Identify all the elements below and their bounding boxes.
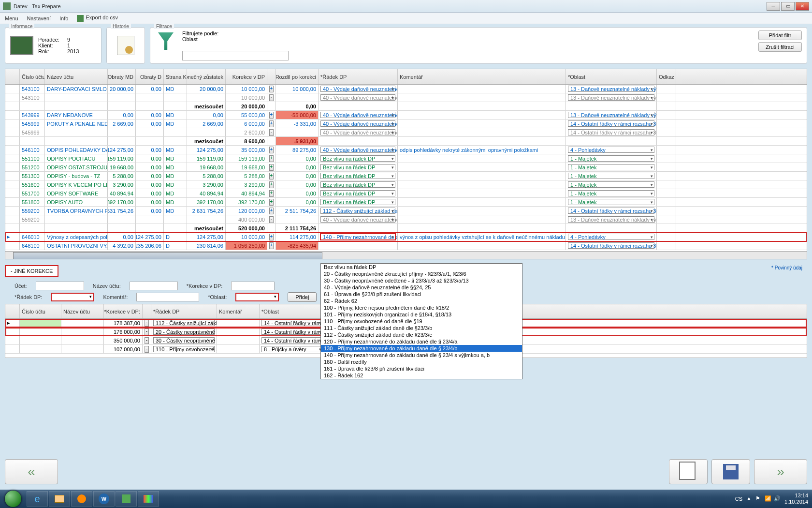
table-row[interactable]: 546100 ODPIS POHLEDAVKY DA... 124 275,00…: [5, 146, 807, 154]
menu-menu[interactable]: Menu: [5, 15, 18, 21]
dropdown-item[interactable]: 120 - Příjmy nezahrnované do základu dan…: [321, 338, 522, 345]
oblast-select[interactable]: 14 - Ostatní řádky v rámci rozsahu 30 ..…: [568, 129, 654, 135]
expand-button[interactable]: +: [269, 112, 274, 119]
dropdown-item[interactable]: 160 - Další rozdíly: [321, 359, 522, 365]
oblast-select[interactable]: 1 - Majetek: [568, 190, 654, 196]
koment-input[interactable]: [136, 293, 199, 301]
pridej-button[interactable]: Přidej: [288, 292, 317, 302]
oblast-select[interactable]: 1 - Majetek: [568, 173, 654, 179]
expand-button[interactable]: +: [269, 155, 274, 162]
expand-button[interactable]: +: [269, 147, 274, 153]
taskbar-media[interactable]: [71, 491, 92, 507]
table-row[interactable]: mezisoučet 20 000,00 0,00: [5, 102, 807, 111]
save-button[interactable]: [711, 459, 750, 484]
table-row[interactable]: 543999 DARY NEDANOVE 0,00 0,00 MD 0,00 5…: [5, 111, 807, 120]
radek-select[interactable]: 112 - Částky snižující základ da...: [320, 208, 395, 214]
oblast-select[interactable]: 14 - Ostatní řádky v rámci rozsahu 30 ..…: [568, 208, 654, 214]
radek-select[interactable]: 40 - Výdaje daňově neuznatelné...: [320, 129, 395, 135]
radek-select[interactable]: 40 - Výdaje daňově neuznatelné...: [320, 216, 395, 223]
dropdown-item[interactable]: 111 - Částky snižující základ daně dle §…: [321, 325, 522, 331]
oblast-select[interactable]: 4 - Pohledávky: [568, 234, 654, 240]
table-row[interactable]: 551200 ODPISY OSTAT.STROJU... 19 668,00 …: [5, 163, 807, 172]
expand-button[interactable]: +: [269, 242, 274, 249]
radek-select[interactable]: Bez vlivu na řádek DP: [320, 181, 395, 188]
dropdown-item[interactable]: 61 - Úprava dle §23/8 při zrušení likvid…: [321, 291, 522, 298]
oblast-select[interactable]: 1 - Majetek: [568, 155, 654, 162]
radek-select[interactable]: Bez vlivu na řádek DP: [320, 173, 395, 179]
oblast-select[interactable]: 1 - Majetek: [568, 181, 654, 188]
back-button[interactable]: «: [5, 459, 58, 484]
expand-button[interactable]: -: [269, 94, 274, 101]
radek-select[interactable]: 30 - Částky neoprávněně ...: [153, 337, 215, 344]
dropdown-item[interactable]: 110 - Příjmy osvobozené od daně dle §19: [321, 318, 522, 325]
oblast-select[interactable]: 13 - Daňově neuznatelné náklady výš...: [568, 216, 654, 223]
expand-button[interactable]: +: [269, 120, 274, 127]
dropdown-item[interactable]: 162 - Řádek 162: [321, 372, 522, 379]
menu-nastaveni[interactable]: Nastavení: [27, 15, 51, 21]
dropdown-item[interactable]: 101 - Příjmy neziskových organizací dle …: [321, 311, 522, 318]
table-row[interactable]: 559200 TVORBA OPRAVNYCH P... 2 631 754,2…: [5, 207, 807, 215]
system-tray[interactable]: CS ▲ ⚑ 📶 🔊 13:141.10.2014: [731, 493, 812, 505]
radek-select[interactable]: 20 - Částky neoprávněně ...: [153, 329, 215, 335]
radek-select[interactable]: 112 - Částky snižující zákl...: [153, 320, 215, 326]
tray-volume-icon[interactable]: 🔊: [774, 495, 781, 502]
oblast-select[interactable]: 13 - Daňově neuznatelné náklady výš...: [568, 94, 654, 101]
radek-select[interactable]: 40 - Výdaje daňově neuznatelné...: [320, 112, 395, 118]
close-button[interactable]: ✕: [796, 2, 809, 11]
radek-select[interactable]: 140 - Příjmy nezahrnované do zákl...: [320, 234, 395, 240]
table-row[interactable]: 545999 POKUTY A PENALE NED... 2 669,00 0…: [5, 120, 807, 128]
radek-select[interactable]: 40 - Výdaje daňově neuznatelné...: [320, 120, 395, 127]
dropdown-item[interactable]: Bez vlivu na řádek DP: [321, 264, 522, 270]
dropdown-item[interactable]: 140 - Příjmy nezahrnované do základu dan…: [321, 352, 522, 359]
taskbar-paint[interactable]: [138, 491, 159, 507]
table-row[interactable]: 543100 10 000,00 - 40 - Výdaje daňově ne…: [5, 93, 807, 102]
clear-filter-button[interactable]: Zrušit filtraci: [758, 42, 802, 52]
radek-select[interactable]: 40 - Výdaje daňově neuznatelné...: [320, 94, 395, 101]
table-row[interactable]: 551800 ODPISY AUTO 392 170,00 0,00 MD 39…: [5, 198, 807, 207]
dropdown-item[interactable]: 40 - Výdaje daňově neuznatelné dle §§24,…: [321, 284, 522, 291]
korekce-input[interactable]: [231, 282, 275, 290]
horizontal-scrollbar[interactable]: [5, 251, 807, 259]
expand-button[interactable]: +: [269, 234, 274, 240]
expand-button[interactable]: +: [269, 199, 274, 206]
nazev-input[interactable]: [130, 282, 178, 290]
radek-select[interactable]: Bez vlivu na řádek DP: [320, 155, 395, 162]
table-row[interactable]: 551100 ODPISY POCITACU 159 119,00 0,00 M…: [5, 154, 807, 163]
expand-button[interactable]: -: [269, 129, 274, 136]
add-filter-button[interactable]: Přidat filtr: [758, 30, 802, 40]
table-row[interactable]: 551700 ODPISY SOFTWARE 40 894,94 0,00 MD…: [5, 189, 807, 198]
table-row[interactable]: 648100 OSTATNI PROVOZNI VY... 4 392,00 2…: [5, 241, 807, 250]
tray-up-icon[interactable]: ▲: [746, 495, 753, 502]
tray-flag-icon[interactable]: ⚑: [755, 495, 762, 502]
taskbar-ie[interactable]: e: [27, 491, 48, 507]
expand-button[interactable]: +: [269, 86, 274, 92]
forward-button[interactable]: »: [754, 459, 807, 484]
radek-select[interactable]: Bez vlivu na řádek DP: [320, 190, 395, 196]
expand-button[interactable]: +: [269, 181, 274, 188]
expand-button[interactable]: +: [269, 208, 274, 214]
oblast-select[interactable]: 14 - Ostatní řádky v rámci...: [261, 320, 323, 326]
expand-button[interactable]: -: [145, 329, 149, 335]
radek-select[interactable]: Bez vlivu na řádek DP: [320, 164, 395, 170]
radek-select[interactable]: Bez vlivu na řádek DP: [320, 199, 395, 205]
expand-button[interactable]: -: [269, 216, 274, 223]
table-row[interactable]: 551300 ODPISY - budova - TZ 5 288,00 0,0…: [5, 172, 807, 180]
dropdown-item[interactable]: 100 - Příjmy, které nejsou předmětem dan…: [321, 304, 522, 311]
table-row[interactable]: mezisoučet 8 600,00 -5 931,00: [5, 137, 807, 146]
oblast-select[interactable]: 14 - Ostatní řádky v rámci rozsahu 30 ..…: [568, 120, 654, 127]
oblast-select[interactable]: 13 - Daňově neuznatelné náklady výš...: [568, 86, 654, 92]
history-icon[interactable]: [117, 36, 134, 55]
dropdown-item[interactable]: 112 - Částky snižující základ daně dle §…: [321, 331, 522, 338]
tray-network-icon[interactable]: 📶: [765, 495, 771, 502]
expand-button[interactable]: -: [145, 320, 149, 327]
maximize-button[interactable]: ▭: [781, 2, 795, 11]
table-row[interactable]: 551600 ODPISY K VECEM PO LE... 3 290,00 …: [5, 180, 807, 189]
oblast-select[interactable]: 14 - Ostatní řádky v rámci...: [261, 337, 323, 344]
radek-select[interactable]: 110 - Příjmy osvobozené ...: [153, 346, 215, 352]
oblast-select[interactable]: 1 - Majetek: [568, 199, 654, 205]
table-row[interactable]: 545999 2 600,00 - 40 - Výdaje daňově neu…: [5, 128, 807, 137]
oblast-select[interactable]: 1 - Majetek: [568, 164, 654, 170]
grid-body[interactable]: 543100 DARY-DAROVACI SMLO... 20 000,00 0…: [5, 85, 807, 251]
filter-dropdown[interactable]: [182, 51, 289, 60]
expand-button[interactable]: +: [269, 173, 274, 179]
